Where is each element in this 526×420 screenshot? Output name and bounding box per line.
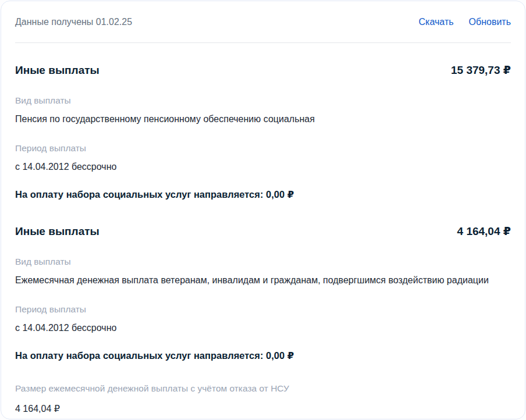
section-head: Иные выплаты 4 164,04 ₽ (15, 225, 511, 238)
section-title: Иные выплаты (15, 225, 99, 238)
section-head: Иные выплаты 15 379,73 ₽ (15, 63, 511, 77)
data-received-label: Данные получены 01.02.25 (15, 17, 132, 27)
field-label-payment-type: Вид выплаты (15, 95, 511, 106)
card-header: Данные получены 01.02.25 Скачать Обновит… (15, 17, 511, 27)
field-label-payment-period: Период выплаты (15, 143, 511, 154)
payment-section-1: Иные выплаты 15 379,73 ₽ Вид выплаты Пен… (15, 63, 511, 200)
payments-card: Данные получены 01.02.25 Скачать Обновит… (1, 1, 525, 419)
header-divider (15, 42, 511, 43)
download-link[interactable]: Скачать (419, 17, 454, 27)
section-amount: 4 164,04 ₽ (457, 225, 511, 238)
nsu-allocation-line: На оплату набора социальных услуг направ… (15, 350, 511, 361)
field-label-payment-type: Вид выплаты (15, 257, 511, 267)
field-label-nsu-refusal-amount: Размер ежемесячной денежной выплаты с уч… (15, 383, 511, 394)
field-value-payment-type: Пенсия по государственному пенсионному о… (15, 114, 511, 124)
nsu-allocation-line: На оплату набора социальных услуг направ… (15, 189, 511, 200)
field-value-payment-period: с 14.04.2012 бессрочно (15, 162, 511, 172)
section-amount: 15 379,73 ₽ (451, 63, 511, 77)
field-value-payment-period: с 14.04.2012 бессрочно (15, 323, 511, 333)
page-viewport: Данные получены 01.02.25 Скачать Обновит… (0, 0, 526, 420)
field-value-nsu-refusal-amount: 4 164,04 ₽ (15, 403, 511, 414)
field-value-payment-type: Ежемесячная денежная выплата ветеранам, … (15, 275, 511, 286)
section-title: Иные выплаты (15, 64, 99, 77)
field-label-payment-period: Период выплаты (15, 304, 511, 315)
refresh-link[interactable]: Обновить (469, 17, 511, 27)
payment-section-2: Иные выплаты 4 164,04 ₽ Вид выплаты Ежем… (15, 225, 511, 414)
header-actions: Скачать Обновить (419, 17, 511, 27)
